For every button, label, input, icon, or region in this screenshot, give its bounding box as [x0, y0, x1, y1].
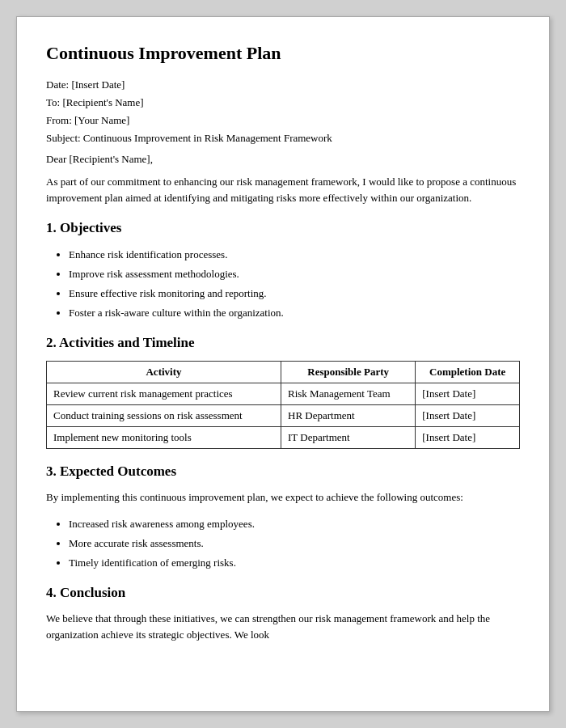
conclusion-text: We believe that through these initiative…	[46, 611, 520, 642]
responsible-cell: HR Department	[281, 405, 416, 427]
list-item: Enhance risk identification processes.	[69, 246, 520, 264]
document-title: Continuous Improvement Plan	[46, 43, 520, 64]
date-cell: [Insert Date]	[416, 383, 520, 405]
table-row: Conduct training sessions on risk assess…	[47, 405, 520, 427]
col-completion: Completion Date	[416, 362, 520, 383]
salutation: Dear [Recipient's Name],	[46, 153, 520, 166]
table-row: Review current risk management practices…	[47, 383, 520, 405]
objectives-heading: 1. Objectives	[46, 220, 520, 236]
activities-table: Activity Responsible Party Completion Da…	[46, 361, 520, 449]
outcomes-intro: By implementing this continuous improvem…	[46, 489, 520, 506]
outcomes-heading: 3. Expected Outcomes	[46, 463, 520, 480]
activity-cell: Implement new monitoring tools	[47, 427, 281, 449]
objectives-list: Enhance risk identification processes. I…	[69, 246, 520, 322]
conclusion-heading: 4. Conclusion	[46, 585, 520, 601]
to-line: To: [Recipient's Name]	[46, 96, 520, 109]
table-row: Implement new monitoring tools IT Depart…	[47, 427, 520, 449]
subject-line: Subject: Continuous Improvement in Risk …	[46, 132, 520, 145]
list-item: Increased risk awareness among employees…	[69, 515, 520, 533]
activity-cell: Conduct training sessions on risk assess…	[47, 405, 281, 427]
list-item: Improve risk assessment methodologies.	[69, 265, 520, 283]
from-line: From: [Your Name]	[46, 114, 520, 127]
responsible-cell: Risk Management Team	[281, 383, 416, 405]
col-responsible: Responsible Party	[281, 362, 416, 383]
document-page: Continuous Improvement Plan Date: [Inser…	[16, 16, 550, 712]
activities-heading: 2. Activities and Timeline	[46, 335, 520, 351]
list-item: Ensure effective risk monitoring and rep…	[69, 285, 520, 303]
activity-cell: Review current risk management practices	[47, 383, 281, 405]
list-item: Timely identification of emerging risks.	[69, 554, 520, 572]
outcomes-list: Increased risk awareness among employees…	[69, 515, 520, 572]
intro-paragraph: As part of our commitment to enhancing o…	[46, 174, 520, 205]
date-cell: [Insert Date]	[416, 405, 520, 427]
date-cell: [Insert Date]	[416, 427, 520, 449]
list-item: Foster a risk-aware culture within the o…	[69, 304, 520, 322]
responsible-cell: IT Department	[281, 427, 416, 449]
col-activity: Activity	[47, 362, 281, 383]
list-item: More accurate risk assessments.	[69, 535, 520, 552]
date-line: Date: [Insert Date]	[46, 78, 520, 91]
